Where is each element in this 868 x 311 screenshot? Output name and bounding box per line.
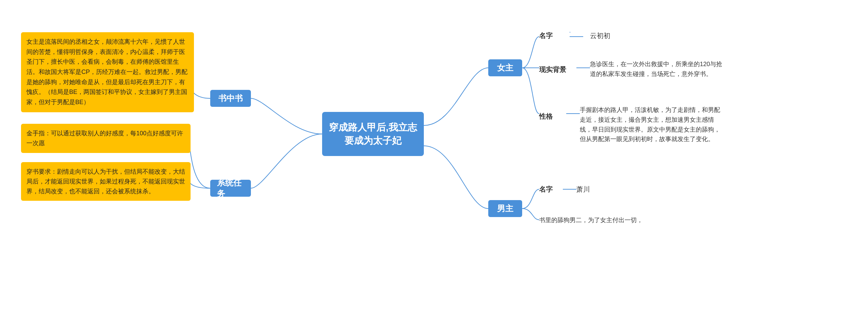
requirements-box: 穿书要求：剧情走向可以人为干扰，但结局不能改变，大结局后，才能返回现实世界，如果… (21, 162, 191, 201)
female-lead-node: 女主 (488, 59, 522, 76)
female-background-label: 现实背景 (539, 65, 566, 74)
book-in-book-content: 女主是流落民间的丞相之女，颠沛流离十六年，见惯了人世间的苦楚，懂得明哲保身，表面… (21, 32, 194, 112)
female-lead-label: 女主 (497, 62, 513, 73)
book-in-book-label: 书中书 (218, 93, 243, 104)
requirements-text: 穿书要求：剧情走向可以人为干扰，但结局不能改变，大结局后，才能返回现实世界，如果… (26, 168, 185, 195)
center-title: 穿成路人甲后,我立志要成为太子妃 (326, 121, 420, 147)
male-desc-text: 书里的舔狗男二，为了女主付出一切， (539, 215, 643, 225)
female-personality-text: 手握剧本的路人甲，活泼机敏，为了走剧情，和男配走近，接近女主，撮合男女主，想加速… (580, 105, 722, 144)
male-name-value: 萧川 (576, 185, 590, 194)
female-name-label: 名字 (539, 31, 553, 40)
system-task-node: 系统任务 (210, 180, 251, 197)
female-personality-label: 性格 (539, 112, 553, 121)
book-in-book-node: 书中书 (210, 90, 251, 107)
book-in-book-text: 女主是流落民间的丞相之女，颠沛流离十六年，见惯了人世间的苦楚，懂得明哲保身，表面… (26, 38, 188, 105)
gold-finger-text: 金手指：可以通过获取别人的好感度，每100点好感度可许一次愿 (26, 130, 183, 147)
gold-finger-box: 金手指：可以通过获取别人的好感度，每100点好感度可许一次愿 (21, 124, 191, 153)
center-node: 穿成路人甲后,我立志要成为太子妃 (322, 112, 424, 156)
mind-map: 穿成路人甲后,我立志要成为太子妃 书中书 女主是流落民间的丞相之女，颠沛流离十六… (0, 0, 868, 311)
system-task-label: 系统任务 (217, 177, 244, 199)
female-name-value: 云初初 (590, 31, 610, 40)
male-lead-label: 男主 (497, 203, 513, 214)
male-name-label: 名字 (539, 185, 553, 194)
female-background-text: 急诊医生，在一次外出救援中，所乘坐的120与抢道的私家车发生碰撞，当场死亡，意外… (590, 59, 726, 79)
male-lead-node: 男主 (488, 200, 522, 217)
